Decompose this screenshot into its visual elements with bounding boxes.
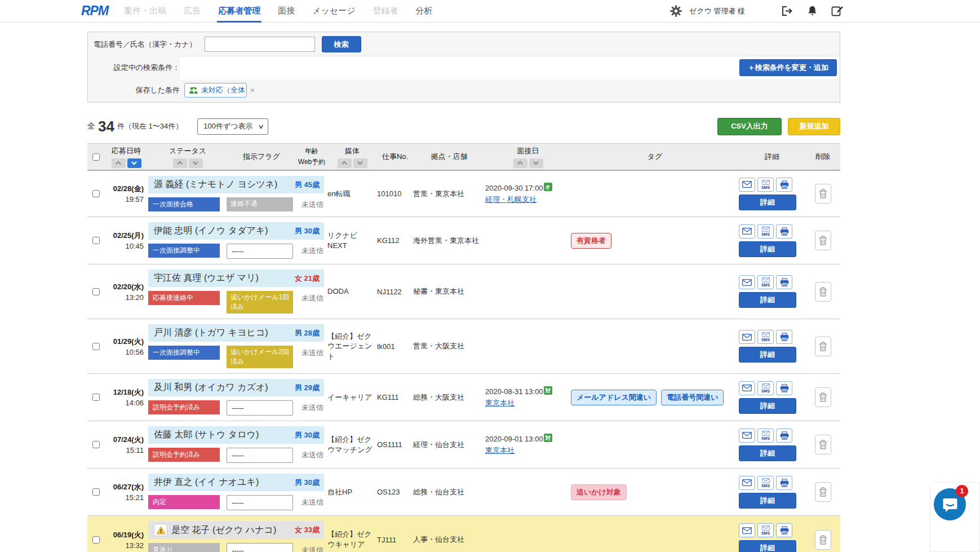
instruction-flag-input[interactable]: ----- xyxy=(227,543,293,552)
detail-button[interactable]: 詳細 xyxy=(739,398,796,414)
gear-icon[interactable] xyxy=(668,3,685,20)
status-badge[interactable]: 見送り xyxy=(148,543,220,552)
nav-item[interactable]: 応募者管理 xyxy=(217,0,261,23)
chip-remove-icon[interactable]: × xyxy=(250,86,255,95)
sms-button[interactable]: SMS xyxy=(757,275,774,289)
phone-name-input[interactable] xyxy=(205,37,315,52)
delete-button[interactable] xyxy=(815,530,831,550)
chat-bubble-button[interactable]: 1 xyxy=(934,488,966,520)
print-button[interactable] xyxy=(776,476,792,490)
applicant-name-box[interactable]: 是空 花子 (ゼクウ ハナコ) 女 33歳 xyxy=(148,521,324,539)
row-checkbox[interactable] xyxy=(92,488,100,496)
applicant-name-box[interactable]: 伊能 忠明 (イノウ タダアキ) 男 30歳 xyxy=(148,222,324,240)
nav-item[interactable]: 案件・出稿 xyxy=(123,0,167,23)
status-badge[interactable]: 説明会予約済み xyxy=(148,400,220,414)
delete-button[interactable] xyxy=(815,387,831,407)
search-button[interactable]: 検索 xyxy=(322,36,361,52)
delete-button[interactable] xyxy=(815,435,831,454)
row-checkbox[interactable] xyxy=(92,536,100,544)
logout-icon[interactable] xyxy=(779,3,796,20)
tag-chip[interactable]: メールアドレス間違い xyxy=(571,390,657,405)
row-checkbox[interactable] xyxy=(92,394,100,401)
row-checkbox[interactable] xyxy=(92,441,100,448)
sort-interview-desc[interactable] xyxy=(529,158,543,168)
print-button[interactable] xyxy=(776,523,792,537)
interview-location-link[interactable]: 経理・札幌支社 xyxy=(485,194,536,205)
mail-button[interactable] xyxy=(739,275,755,289)
mail-button[interactable] xyxy=(739,224,755,239)
row-checkbox[interactable] xyxy=(92,288,100,295)
page-size-select[interactable]: 100件ずつ表示 ∨ xyxy=(197,118,268,135)
instruction-flag-input[interactable]: ----- xyxy=(227,244,293,259)
instruction-flag-input[interactable]: ----- xyxy=(227,448,293,463)
applicant-name-box[interactable]: 井伊 直之 (イイ ナオユキ) 男 30歳 xyxy=(148,474,324,491)
bell-icon[interactable] xyxy=(804,3,821,20)
delete-button[interactable] xyxy=(815,482,831,502)
status-badge[interactable]: 説明会予約済み xyxy=(148,448,220,462)
tag-chip[interactable]: 追いかけ対象 xyxy=(571,484,627,500)
sms-button[interactable]: SMS xyxy=(757,224,774,239)
delete-button[interactable] xyxy=(815,231,831,250)
delete-button[interactable] xyxy=(815,184,831,204)
print-button[interactable] xyxy=(776,330,792,344)
status-badge[interactable]: 一次面接調整中 xyxy=(148,346,220,360)
mail-button[interactable] xyxy=(739,429,755,443)
status-badge[interactable]: 応募後連絡中 xyxy=(148,291,220,305)
instruction-flag-badge[interactable]: 連絡不通 xyxy=(227,197,293,211)
interview-location-link[interactable]: 東京本社 xyxy=(485,398,515,409)
instruction-flag-input[interactable]: ----- xyxy=(227,495,293,510)
modify-conditions-button[interactable]: ＋検索条件を変更・追加 xyxy=(739,59,837,76)
print-button[interactable] xyxy=(776,178,792,192)
interview-location-link[interactable]: 東京本社 xyxy=(485,445,515,456)
sort-media-asc[interactable] xyxy=(338,158,352,168)
saved-condition-chip[interactable]: 未対応（全体 xyxy=(184,83,247,98)
nav-item[interactable]: メッセージ xyxy=(311,0,356,23)
print-button[interactable] xyxy=(776,429,792,443)
mail-button[interactable] xyxy=(739,178,755,192)
add-new-button[interactable]: 新規追加 xyxy=(788,118,840,135)
status-badge[interactable]: 内定 xyxy=(148,495,220,509)
sort-date-desc[interactable] xyxy=(127,158,141,168)
detail-button[interactable]: 詳細 xyxy=(739,540,796,552)
csv-button[interactable]: CSV入出力 xyxy=(717,118,782,135)
sort-status-desc[interactable] xyxy=(189,158,203,168)
row-checkbox[interactable] xyxy=(92,237,100,244)
instruction-flag-badge[interactable]: 追いかけメール1回済み xyxy=(227,291,293,313)
print-button[interactable] xyxy=(776,381,792,395)
sms-button[interactable]: SMS xyxy=(757,381,774,395)
mail-button[interactable] xyxy=(739,381,755,395)
sort-date-asc[interactable] xyxy=(112,158,126,168)
tag-chip[interactable]: 有資格者 xyxy=(571,233,611,249)
row-checkbox[interactable] xyxy=(92,343,100,350)
tag-chip[interactable]: 電話番号間違い xyxy=(661,390,724,405)
detail-button[interactable]: 詳細 xyxy=(739,241,796,257)
applicant-name-box[interactable]: 源 義経 (ミナモトノ ヨシツネ) 男 45歳 xyxy=(148,176,324,193)
delete-button[interactable] xyxy=(815,282,831,302)
applicant-name-box[interactable]: 宇江佐 真理 (ウエザ マリ) 女 21歳 xyxy=(148,270,324,287)
mail-button[interactable] xyxy=(739,330,755,344)
instruction-flag-badge[interactable]: 追いかけメール2回済み xyxy=(227,346,293,368)
print-button[interactable] xyxy=(776,275,792,289)
detail-button[interactable]: 詳細 xyxy=(739,347,796,363)
nav-item[interactable]: 登録者 xyxy=(372,0,400,23)
sms-button[interactable]: SMS xyxy=(757,523,774,537)
status-badge[interactable]: 一次面接調整中 xyxy=(148,244,220,258)
detail-button[interactable]: 詳細 xyxy=(739,195,796,210)
applicant-name-box[interactable]: 及川 和男 (オイカワ カズオ) 男 29歳 xyxy=(148,379,324,396)
status-badge[interactable]: 一次面接合格 xyxy=(148,197,220,211)
detail-button[interactable]: 詳細 xyxy=(739,493,796,509)
sort-interview-asc[interactable] xyxy=(513,158,527,168)
detail-button[interactable]: 詳細 xyxy=(739,292,796,308)
nav-item[interactable]: 分析 xyxy=(415,0,434,23)
sort-status-asc[interactable] xyxy=(173,158,187,168)
detail-button[interactable]: 詳細 xyxy=(739,445,796,461)
delete-button[interactable] xyxy=(815,337,831,356)
select-all-checkbox[interactable] xyxy=(92,153,100,161)
mail-button[interactable] xyxy=(739,476,755,490)
sort-media-desc[interactable] xyxy=(353,158,367,168)
sms-button[interactable]: SMS xyxy=(757,330,774,344)
sms-button[interactable]: SMS xyxy=(757,476,774,490)
nav-item[interactable]: 面接 xyxy=(277,0,296,23)
applicant-name-box[interactable]: 佐藤 太郎 (サトウ タロウ) 男 30歳 xyxy=(148,426,324,444)
print-button[interactable] xyxy=(776,224,792,239)
